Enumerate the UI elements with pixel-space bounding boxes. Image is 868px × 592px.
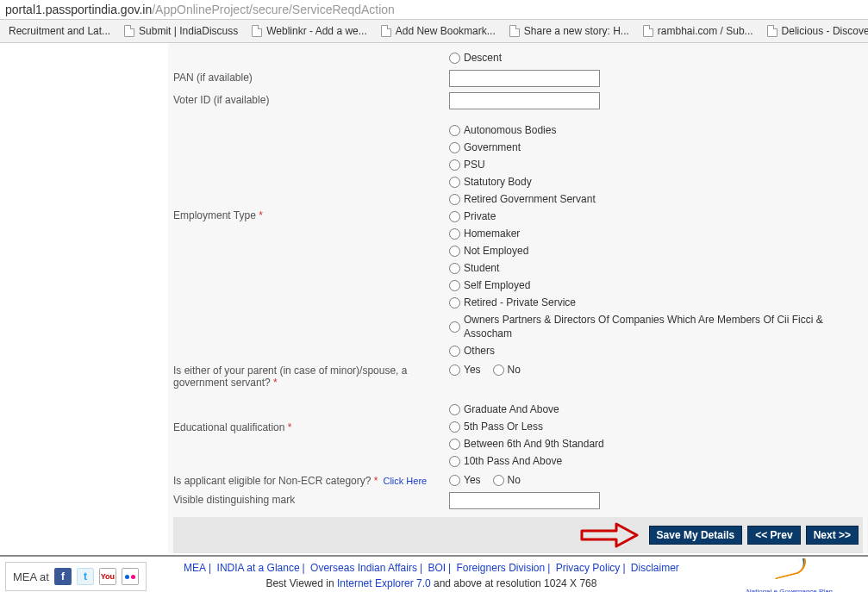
descent-radio-input[interactable]	[449, 53, 460, 64]
edu-radio[interactable]: 5th Pass Or Less	[449, 420, 863, 433]
voter-label: Voter ID (if available)	[173, 92, 449, 106]
edu-radio[interactable]: 10th Pass And Above	[449, 454, 863, 468]
url-path: /AppOnlineProject/secure/ServiceReqdActi…	[152, 3, 395, 16]
save-button[interactable]: Save My Details	[649, 526, 743, 545]
descent-radio[interactable]: Descent	[449, 51, 863, 65]
attention-arrow	[580, 522, 640, 548]
edu-radio[interactable]: Graduate And Above	[449, 402, 863, 416]
twitter-icon[interactable]: t	[77, 568, 94, 585]
click-here-link[interactable]: Click Here	[383, 476, 427, 486]
employment-radio[interactable]: Statutory Body	[449, 175, 863, 189]
parent-gov-label: Is either of your parent (in case of min…	[173, 363, 449, 389]
footer-link[interactable]: Overseas Indian Affairs	[310, 562, 417, 574]
prev-button[interactable]: << Prev	[747, 526, 800, 545]
mea-at-label: MEA at	[13, 570, 49, 583]
non-ecr-yes[interactable]: Yes	[449, 473, 481, 487]
footer-link[interactable]: Disclaimer	[631, 562, 679, 574]
flickr-icon[interactable]	[122, 568, 139, 585]
button-row: Save My Details << Prev Next >>	[173, 517, 863, 553]
next-button[interactable]: Next >>	[806, 526, 859, 545]
footer-link[interactable]: INDIA at a Glance	[217, 562, 300, 574]
parent-gov-no[interactable]: No	[493, 363, 521, 377]
footer-link[interactable]: Privacy Policy	[556, 562, 621, 574]
edu-radio[interactable]: Between 6th And 9th Standard	[449, 437, 863, 451]
footer-link[interactable]: BOI	[428, 562, 446, 574]
page-icon	[643, 25, 653, 37]
bookmark-item[interactable]: Delicious - Discove	[762, 22, 868, 40]
voter-input[interactable]	[449, 92, 600, 109]
url-bar[interactable]: portal1.passportindia.gov.in/AppOnlinePr…	[0, 0, 868, 20]
page-icon	[252, 25, 262, 37]
page-icon	[124, 25, 134, 37]
footer-links: MEA| INDIA at a Glance| Overseas Indian …	[155, 562, 708, 574]
bookmark-item[interactable]: rambhai.com / Sub...	[638, 22, 759, 40]
non-ecr-label: Is applicant eligible for Non-ECR catego…	[173, 473, 449, 487]
employment-radio[interactable]: PSU	[449, 158, 863, 171]
ie-link[interactable]: Internet Explorer 7.0	[337, 577, 431, 589]
pan-input[interactable]	[449, 70, 600, 87]
page-icon	[767, 25, 777, 37]
egov-logo-icon	[768, 562, 811, 586]
facebook-icon[interactable]: f	[54, 568, 72, 585]
bookmark-item[interactable]: Weblinkr - Add a we...	[247, 22, 372, 40]
bookmark-item[interactable]: Submit | IndiaDiscuss	[119, 22, 243, 40]
employment-radio[interactable]: Private	[449, 209, 863, 223]
employment-radio[interactable]: Student	[449, 261, 863, 275]
employment-radio[interactable]: Not Employed	[449, 244, 863, 258]
employment-radio[interactable]: Retired - Private Service	[449, 296, 863, 309]
url-host: portal1.passportindia.gov.in	[5, 3, 152, 16]
non-ecr-no[interactable]: No	[493, 473, 521, 487]
footer-note: Best Viewed in Internet Explorer 7.0 and…	[155, 577, 708, 589]
youtube-icon[interactable]: You	[99, 568, 116, 585]
employment-radio[interactable]: Self Employed	[449, 278, 863, 292]
page-icon	[381, 25, 391, 37]
pan-label: PAN (if available)	[173, 70, 449, 84]
form-container: Descent PAN (if available) Voter ID (if …	[168, 43, 868, 553]
employment-label: Employment Type *	[173, 123, 449, 221]
egov-badge: National e Governance Plan Public servic…	[716, 562, 863, 592]
visible-mark-label: Visible distinguishing mark	[173, 492, 449, 506]
bookmark-item[interactable]: Share a new story: H...	[504, 22, 634, 40]
employment-radio[interactable]: Government	[449, 140, 863, 154]
edu-label: Educational qualification *	[173, 402, 449, 433]
employment-radio[interactable]: Others	[449, 344, 863, 358]
bookmark-item[interactable]: Recruitment and Lat...	[3, 22, 116, 40]
mea-social-box: MEA at f t You	[5, 562, 147, 591]
employment-radio[interactable]: Homemaker	[449, 227, 863, 240]
bookmark-item[interactable]: Add New Bookmark...	[376, 22, 501, 40]
employment-radio[interactable]: Retired Government Servant	[449, 192, 863, 206]
page-icon	[509, 25, 520, 37]
footer: MEA at f t You MEA| INDIA at a Glance| O…	[0, 557, 868, 592]
employment-radio[interactable]: Autonomous Bodies	[449, 123, 863, 137]
visible-mark-input[interactable]	[449, 492, 600, 509]
bookmarks-bar: Recruitment and Lat... Submit | IndiaDis…	[0, 20, 868, 43]
employment-options: Autonomous Bodies Government PSU Statuto…	[449, 123, 863, 358]
parent-gov-yes[interactable]: Yes	[449, 363, 481, 377]
footer-link[interactable]: MEA	[184, 562, 206, 574]
footer-link[interactable]: Foreigners Division	[457, 562, 546, 574]
employment-radio[interactable]: Owners Partners & Directors Of Companies…	[449, 313, 863, 340]
